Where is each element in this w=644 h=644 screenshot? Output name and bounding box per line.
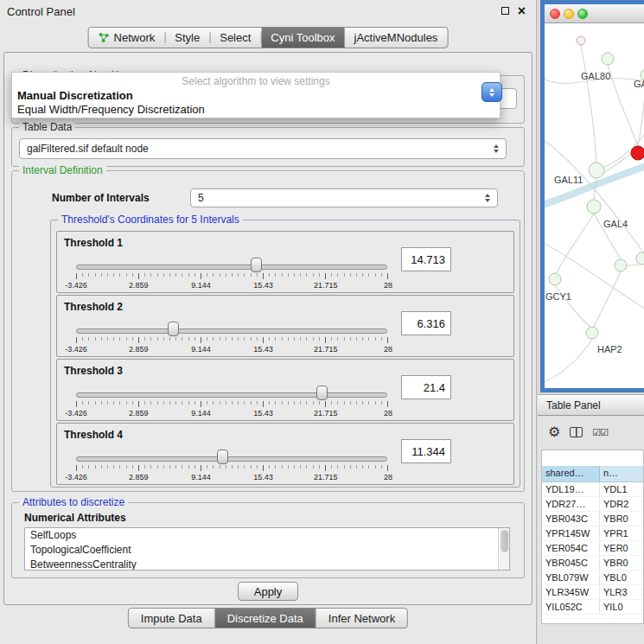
- table-panel: ⚙ ☑☑ shared… n… YDL19…YDL1YDR27…YDR2YBR0…: [538, 417, 644, 644]
- cyni-toolbox-panel: Discretization Algorithm Select algorith…: [3, 52, 532, 605]
- table-cell[interactable]: YIL0: [600, 600, 643, 614]
- table-cell[interactable]: YBR045C: [542, 556, 600, 570]
- slider-track[interactable]: [76, 328, 387, 334]
- float-window-icon[interactable]: [501, 7, 509, 15]
- table-cell[interactable]: YPR145W: [542, 526, 600, 540]
- network-node[interactable]: [549, 273, 561, 285]
- network-node[interactable]: [589, 163, 604, 178]
- gear-icon[interactable]: ⚙: [548, 425, 560, 439]
- list-item[interactable]: TopologicalCoefficient: [25, 543, 509, 558]
- threshold-slider[interactable]: -3.426 2.859 9.144 15.43 21.715 28: [76, 254, 388, 292]
- threshold-value-field[interactable]: 6.316: [401, 311, 451, 335]
- tab-impute-data[interactable]: Impute Data: [129, 609, 214, 628]
- table-cell[interactable]: YLR3: [600, 585, 643, 599]
- network-canvas[interactable]: GAL80 GA GAL11 GAL4 GCY1 HAP2: [545, 23, 644, 387]
- network-graph: GAL80 GA GAL11 GAL4 GCY1 HAP2: [545, 23, 644, 387]
- select-columns-icon[interactable]: ☑☑: [592, 427, 608, 438]
- table-row[interactable]: YDL19…YDL1: [542, 482, 643, 497]
- table-cell[interactable]: YER054C: [542, 541, 600, 555]
- network-window-titlebar[interactable]: [545, 4, 644, 23]
- threshold-value-field[interactable]: 14.713: [401, 247, 451, 271]
- table-cell[interactable]: YDR27…: [542, 497, 600, 511]
- network-node[interactable]: [602, 53, 614, 65]
- table-cell[interactable]: YER0: [600, 541, 643, 555]
- table-cell[interactable]: YBL0: [600, 571, 643, 584]
- num-intervals-combo[interactable]: 5: [190, 188, 498, 207]
- table-cell[interactable]: YBR043C: [542, 512, 600, 526]
- tab-jactivemnodules[interactable]: jActiveMNodules: [345, 28, 448, 48]
- slider-thumb[interactable]: [217, 450, 228, 464]
- table-row[interactable]: YLR345WYLR3: [542, 585, 643, 600]
- table-row[interactable]: YBR045CYBR0: [542, 556, 643, 571]
- group-title: Threshold's Coordinates for 5 Intervals: [58, 214, 243, 226]
- list-item[interactable]: SelfLoops: [25, 528, 509, 543]
- menu-item-equal-width-frequency[interactable]: Equal Width/Frequency Discretization: [12, 103, 500, 116]
- network-node[interactable]: [586, 327, 598, 339]
- close-traffic-light-icon[interactable]: [550, 9, 560, 19]
- slider-thumb[interactable]: [316, 386, 328, 400]
- table-cell[interactable]: YDL1: [600, 482, 643, 496]
- scale-label: 28: [384, 345, 392, 354]
- table-panel-header[interactable]: Table Panel: [538, 394, 644, 416]
- table-cell[interactable]: YDR2: [600, 497, 643, 511]
- zoom-traffic-light-icon[interactable]: [577, 9, 588, 19]
- slider-thumb[interactable]: [251, 258, 262, 272]
- panel-title: Control Panel: [7, 5, 75, 18]
- table-data-combo[interactable]: galFiltered.sif default node: [19, 138, 507, 159]
- node-label: GA: [634, 79, 644, 89]
- network-node[interactable]: [615, 259, 627, 271]
- network-node[interactable]: [577, 36, 585, 45]
- network-node[interactable]: [636, 252, 644, 265]
- table-cell[interactable]: YBL079W: [542, 571, 600, 584]
- slider-ticks: [76, 273, 388, 279]
- scale-label: 28: [384, 281, 392, 290]
- node-label: HAP2: [597, 344, 622, 354]
- selected-network-node[interactable]: [631, 146, 644, 160]
- scrollbar[interactable]: [498, 528, 509, 570]
- slider-ticks: [76, 401, 388, 407]
- table-row[interactable]: YBR043CYBR0: [542, 512, 643, 526]
- tab-cyni-toolbox[interactable]: Cyni Toolbox: [261, 28, 344, 48]
- slider-track[interactable]: [76, 392, 387, 398]
- table-cell[interactable]: YIL052C: [542, 600, 600, 614]
- tab-network[interactable]: Network: [89, 28, 165, 48]
- list-item[interactable]: BetweennessCentrality: [25, 558, 509, 571]
- minimize-traffic-light-icon[interactable]: [564, 9, 574, 19]
- table-cell[interactable]: YDL19…: [542, 482, 600, 496]
- apply-button[interactable]: Apply: [238, 582, 298, 601]
- slider-track[interactable]: [76, 456, 387, 462]
- table-row[interactable]: YER054CYER0: [542, 541, 643, 556]
- numerical-attributes-list[interactable]: SelfLoops TopologicalCoefficient Between…: [24, 527, 510, 571]
- tab-select[interactable]: Select: [210, 28, 260, 48]
- threshold-slider[interactable]: -3.426 2.859 9.144 15.43 21.715 28: [76, 318, 388, 356]
- slider-thumb[interactable]: [168, 322, 179, 336]
- column-header-name[interactable]: n…: [600, 466, 643, 481]
- table-row[interactable]: YPR145WYPR1: [542, 526, 643, 541]
- network-node[interactable]: [587, 200, 601, 214]
- tab-infer-network[interactable]: Infer Network: [316, 609, 407, 628]
- threshold-slider[interactable]: -3.426 2.859 9.144 15.43 21.715 28: [76, 446, 388, 484]
- threshold-slider[interactable]: -3.426 2.859 9.144 15.43 21.715 28: [76, 382, 388, 420]
- table-row[interactable]: YBL079WYBL0: [542, 571, 643, 585]
- column-header-shared-name[interactable]: shared…: [542, 466, 600, 481]
- combo-value: galFiltered.sif default node: [27, 143, 494, 155]
- table-cell[interactable]: YPR1: [600, 526, 643, 540]
- slider-track[interactable]: [76, 265, 387, 270]
- columns-icon[interactable]: [570, 427, 583, 437]
- table-cell[interactable]: YBR0: [600, 556, 643, 570]
- scale-label: -3.426: [65, 473, 87, 481]
- threshold-value-field[interactable]: 11.344: [401, 439, 451, 463]
- menu-item-manual-discretization[interactable]: Manual Discretization: [12, 89, 500, 102]
- table-row[interactable]: YIL052CYIL0: [542, 600, 643, 615]
- scrollbar-thumb[interactable]: [501, 530, 508, 552]
- table-row[interactable]: YDR27…YDR2: [542, 497, 643, 512]
- scale-label: 9.144: [191, 281, 211, 290]
- table-cell[interactable]: YBR0: [600, 512, 643, 526]
- table-cell[interactable]: YLR345W: [542, 585, 600, 599]
- tab-style[interactable]: Style: [165, 28, 209, 48]
- combo-stepper-button[interactable]: [481, 82, 502, 102]
- tab-discretize-data[interactable]: Discretize Data: [214, 609, 316, 628]
- interval-definition-group: Interval Definition Number of Intervals …: [11, 170, 525, 492]
- threshold-value-field[interactable]: 21.4: [401, 375, 451, 399]
- close-icon[interactable]: ×: [518, 6, 526, 16]
